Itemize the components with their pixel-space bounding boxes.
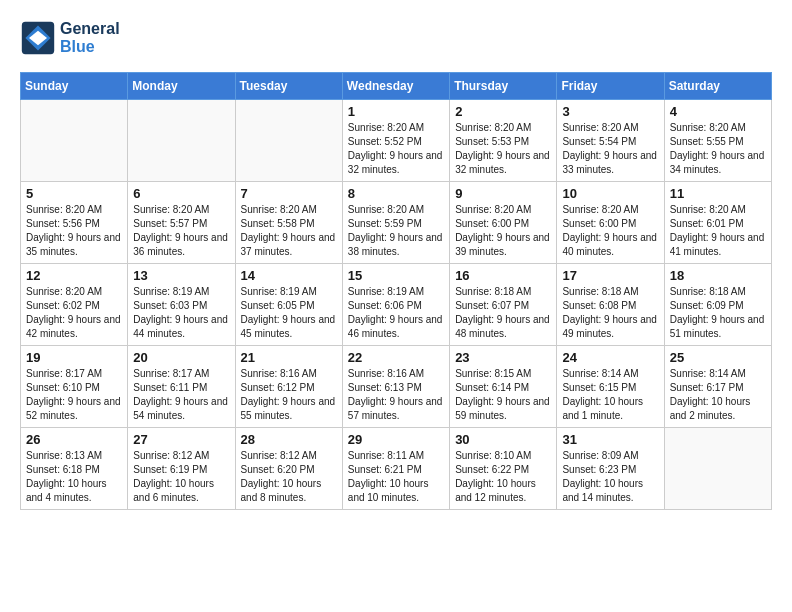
calendar-cell: 26Sunrise: 8:13 AM Sunset: 6:18 PM Dayli… [21,428,128,510]
day-info: Sunrise: 8:18 AM Sunset: 6:07 PM Dayligh… [455,285,551,341]
calendar-cell: 29Sunrise: 8:11 AM Sunset: 6:21 PM Dayli… [342,428,449,510]
day-number: 5 [26,186,122,201]
weekday-header-wednesday: Wednesday [342,73,449,100]
calendar-cell: 11Sunrise: 8:20 AM Sunset: 6:01 PM Dayli… [664,182,771,264]
day-info: Sunrise: 8:14 AM Sunset: 6:15 PM Dayligh… [562,367,658,423]
weekday-header-saturday: Saturday [664,73,771,100]
day-number: 3 [562,104,658,119]
day-info: Sunrise: 8:10 AM Sunset: 6:22 PM Dayligh… [455,449,551,505]
day-number: 15 [348,268,444,283]
logo-text: General Blue [60,20,120,56]
day-info: Sunrise: 8:17 AM Sunset: 6:11 PM Dayligh… [133,367,229,423]
calendar-cell: 17Sunrise: 8:18 AM Sunset: 6:08 PM Dayli… [557,264,664,346]
calendar-header: SundayMondayTuesdayWednesdayThursdayFrid… [21,73,772,100]
day-number: 11 [670,186,766,201]
day-number: 23 [455,350,551,365]
day-info: Sunrise: 8:19 AM Sunset: 6:05 PM Dayligh… [241,285,337,341]
day-number: 21 [241,350,337,365]
calendar-cell: 9Sunrise: 8:20 AM Sunset: 6:00 PM Daylig… [450,182,557,264]
day-number: 8 [348,186,444,201]
day-info: Sunrise: 8:13 AM Sunset: 6:18 PM Dayligh… [26,449,122,505]
calendar-body: 1Sunrise: 8:20 AM Sunset: 5:52 PM Daylig… [21,100,772,510]
calendar-cell: 19Sunrise: 8:17 AM Sunset: 6:10 PM Dayli… [21,346,128,428]
calendar-cell: 24Sunrise: 8:14 AM Sunset: 6:15 PM Dayli… [557,346,664,428]
day-info: Sunrise: 8:17 AM Sunset: 6:10 PM Dayligh… [26,367,122,423]
day-info: Sunrise: 8:20 AM Sunset: 5:57 PM Dayligh… [133,203,229,259]
day-info: Sunrise: 8:20 AM Sunset: 6:00 PM Dayligh… [562,203,658,259]
day-info: Sunrise: 8:18 AM Sunset: 6:09 PM Dayligh… [670,285,766,341]
day-info: Sunrise: 8:20 AM Sunset: 6:02 PM Dayligh… [26,285,122,341]
week-row-4: 19Sunrise: 8:17 AM Sunset: 6:10 PM Dayli… [21,346,772,428]
day-number: 4 [670,104,766,119]
calendar-cell: 4Sunrise: 8:20 AM Sunset: 5:55 PM Daylig… [664,100,771,182]
calendar-cell [21,100,128,182]
day-number: 27 [133,432,229,447]
day-number: 24 [562,350,658,365]
weekday-header-monday: Monday [128,73,235,100]
day-number: 10 [562,186,658,201]
day-number: 31 [562,432,658,447]
day-info: Sunrise: 8:09 AM Sunset: 6:23 PM Dayligh… [562,449,658,505]
weekday-header-thursday: Thursday [450,73,557,100]
calendar-cell: 18Sunrise: 8:18 AM Sunset: 6:09 PM Dayli… [664,264,771,346]
calendar-cell: 14Sunrise: 8:19 AM Sunset: 6:05 PM Dayli… [235,264,342,346]
day-info: Sunrise: 8:12 AM Sunset: 6:20 PM Dayligh… [241,449,337,505]
day-info: Sunrise: 8:19 AM Sunset: 6:06 PM Dayligh… [348,285,444,341]
calendar-cell: 27Sunrise: 8:12 AM Sunset: 6:19 PM Dayli… [128,428,235,510]
calendar-cell: 3Sunrise: 8:20 AM Sunset: 5:54 PM Daylig… [557,100,664,182]
day-info: Sunrise: 8:20 AM Sunset: 5:55 PM Dayligh… [670,121,766,177]
week-row-1: 1Sunrise: 8:20 AM Sunset: 5:52 PM Daylig… [21,100,772,182]
calendar-cell [664,428,771,510]
calendar-cell: 12Sunrise: 8:20 AM Sunset: 6:02 PM Dayli… [21,264,128,346]
day-number: 28 [241,432,337,447]
day-info: Sunrise: 8:20 AM Sunset: 6:01 PM Dayligh… [670,203,766,259]
weekday-header-friday: Friday [557,73,664,100]
day-number: 9 [455,186,551,201]
day-info: Sunrise: 8:20 AM Sunset: 5:56 PM Dayligh… [26,203,122,259]
calendar-cell: 25Sunrise: 8:14 AM Sunset: 6:17 PM Dayli… [664,346,771,428]
day-number: 7 [241,186,337,201]
calendar-cell: 31Sunrise: 8:09 AM Sunset: 6:23 PM Dayli… [557,428,664,510]
weekday-header-sunday: Sunday [21,73,128,100]
calendar-cell: 30Sunrise: 8:10 AM Sunset: 6:22 PM Dayli… [450,428,557,510]
day-info: Sunrise: 8:16 AM Sunset: 6:13 PM Dayligh… [348,367,444,423]
day-info: Sunrise: 8:14 AM Sunset: 6:17 PM Dayligh… [670,367,766,423]
day-info: Sunrise: 8:20 AM Sunset: 6:00 PM Dayligh… [455,203,551,259]
day-number: 20 [133,350,229,365]
calendar-cell [235,100,342,182]
calendar-cell: 7Sunrise: 8:20 AM Sunset: 5:58 PM Daylig… [235,182,342,264]
logo: General Blue [20,20,120,56]
day-number: 16 [455,268,551,283]
day-info: Sunrise: 8:18 AM Sunset: 6:08 PM Dayligh… [562,285,658,341]
day-info: Sunrise: 8:20 AM Sunset: 5:53 PM Dayligh… [455,121,551,177]
calendar-cell: 16Sunrise: 8:18 AM Sunset: 6:07 PM Dayli… [450,264,557,346]
day-info: Sunrise: 8:15 AM Sunset: 6:14 PM Dayligh… [455,367,551,423]
week-row-5: 26Sunrise: 8:13 AM Sunset: 6:18 PM Dayli… [21,428,772,510]
week-row-2: 5Sunrise: 8:20 AM Sunset: 5:56 PM Daylig… [21,182,772,264]
day-number: 12 [26,268,122,283]
calendar-cell [128,100,235,182]
page-header: General Blue [20,20,772,56]
day-number: 2 [455,104,551,119]
logo-icon [20,20,56,56]
week-row-3: 12Sunrise: 8:20 AM Sunset: 6:02 PM Dayli… [21,264,772,346]
calendar-cell: 28Sunrise: 8:12 AM Sunset: 6:20 PM Dayli… [235,428,342,510]
day-info: Sunrise: 8:16 AM Sunset: 6:12 PM Dayligh… [241,367,337,423]
calendar-cell: 8Sunrise: 8:20 AM Sunset: 5:59 PM Daylig… [342,182,449,264]
day-number: 1 [348,104,444,119]
day-number: 14 [241,268,337,283]
calendar-cell: 21Sunrise: 8:16 AM Sunset: 6:12 PM Dayli… [235,346,342,428]
day-info: Sunrise: 8:19 AM Sunset: 6:03 PM Dayligh… [133,285,229,341]
calendar-cell: 2Sunrise: 8:20 AM Sunset: 5:53 PM Daylig… [450,100,557,182]
day-number: 17 [562,268,658,283]
day-number: 29 [348,432,444,447]
day-info: Sunrise: 8:11 AM Sunset: 6:21 PM Dayligh… [348,449,444,505]
day-info: Sunrise: 8:20 AM Sunset: 5:54 PM Dayligh… [562,121,658,177]
calendar-cell: 20Sunrise: 8:17 AM Sunset: 6:11 PM Dayli… [128,346,235,428]
calendar-cell: 5Sunrise: 8:20 AM Sunset: 5:56 PM Daylig… [21,182,128,264]
calendar-cell: 15Sunrise: 8:19 AM Sunset: 6:06 PM Dayli… [342,264,449,346]
calendar-cell: 22Sunrise: 8:16 AM Sunset: 6:13 PM Dayli… [342,346,449,428]
calendar-cell: 6Sunrise: 8:20 AM Sunset: 5:57 PM Daylig… [128,182,235,264]
day-info: Sunrise: 8:20 AM Sunset: 5:52 PM Dayligh… [348,121,444,177]
day-info: Sunrise: 8:20 AM Sunset: 5:58 PM Dayligh… [241,203,337,259]
